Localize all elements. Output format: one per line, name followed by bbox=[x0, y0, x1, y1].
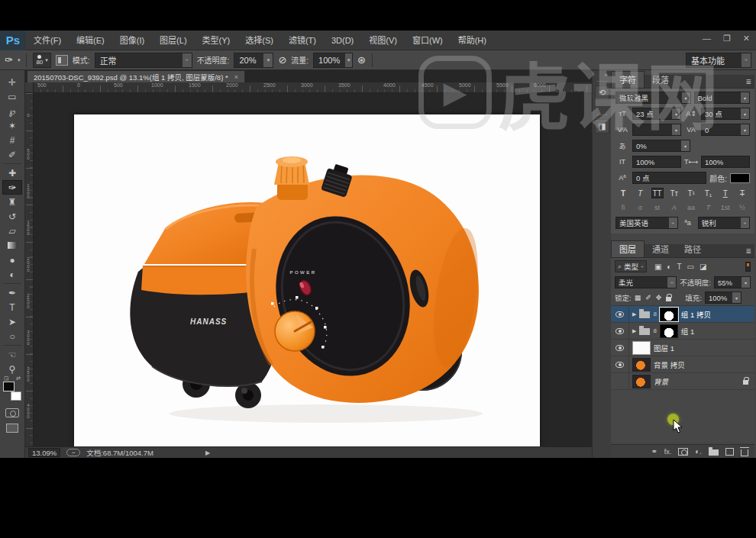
swash-button[interactable]: A bbox=[668, 202, 680, 213]
eyedropper-tool[interactable]: ✐ bbox=[2, 147, 22, 162]
magic-wand-tool[interactable]: ✶ bbox=[2, 118, 22, 133]
filter-smart-objects-icon[interactable]: ◪ bbox=[699, 263, 706, 271]
foreground-color-swatch[interactable] bbox=[3, 382, 15, 391]
default-colors-icon[interactable]: ◲ bbox=[4, 375, 9, 382]
fractions-button[interactable]: ½ bbox=[736, 202, 748, 213]
panel-menu-icon[interactable]: ≣ bbox=[745, 78, 751, 85]
menu-layer[interactable]: 图层(L) bbox=[152, 31, 194, 50]
type-tool[interactable]: T bbox=[2, 300, 22, 314]
strikethrough-button[interactable]: T bbox=[736, 188, 748, 198]
panel-menu-icon[interactable]: ≣ bbox=[745, 247, 751, 255]
language-select[interactable]: 美国英语÷ bbox=[615, 217, 678, 229]
visibility-toggle[interactable] bbox=[611, 323, 629, 339]
gradient-tool[interactable] bbox=[2, 238, 22, 253]
discretionary-ligatures-button[interactable]: st bbox=[651, 202, 664, 213]
menu-window[interactable]: 窗口(W) bbox=[405, 31, 451, 50]
font-style-select[interactable]: Bold▾ bbox=[694, 92, 750, 104]
font-size-field[interactable]: 23 点▾ bbox=[632, 108, 681, 120]
baseline-shift-field[interactable]: 0 点 bbox=[632, 172, 706, 184]
layer-opacity-field[interactable]: 55%▾ bbox=[714, 276, 751, 288]
marquee-tool[interactable]: ▭ bbox=[2, 89, 22, 104]
horizontal-scale-field[interactable]: 100% bbox=[701, 156, 750, 168]
eraser-tool[interactable]: ▱ bbox=[2, 224, 22, 238]
dodge-tool[interactable]: ◐ bbox=[2, 267, 22, 282]
lock-transparency-icon[interactable]: ▦ bbox=[635, 294, 641, 301]
quick-mask-button[interactable] bbox=[5, 408, 19, 417]
layer-row-background-copy[interactable]: 背景 拷贝 bbox=[611, 356, 754, 373]
shape-tool[interactable]: ○ bbox=[2, 329, 22, 343]
flow-select[interactable]: 100% ▾ bbox=[313, 53, 353, 68]
tool-preset-arrow-icon[interactable]: ▾ bbox=[18, 57, 21, 63]
menu-3d[interactable]: 3D(D) bbox=[324, 31, 361, 50]
ligatures-button[interactable]: fi bbox=[617, 202, 629, 213]
titling-alternates-button[interactable]: T bbox=[702, 202, 714, 213]
history-brush-tool[interactable]: ↺ bbox=[2, 209, 22, 224]
superscript-button[interactable]: T¹ bbox=[685, 188, 697, 198]
minimize-button[interactable]: — bbox=[703, 34, 711, 43]
workspace-switcher[interactable]: 基本功能 ÷ bbox=[686, 53, 751, 68]
font-family-select[interactable]: 微软雅黑▾ bbox=[615, 92, 691, 104]
properties-panel-button[interactable]: ◨ bbox=[595, 119, 609, 134]
layer-mask-thumbnail[interactable] bbox=[660, 308, 678, 321]
filter-pixel-layers-icon[interactable]: ▣ bbox=[654, 263, 661, 271]
menu-file[interactable]: 文件(F) bbox=[26, 31, 69, 50]
layer-thumbnail[interactable] bbox=[632, 358, 651, 372]
layer-thumbnail[interactable] bbox=[632, 341, 651, 355]
stylistic-alternates-button[interactable]: aa bbox=[685, 202, 697, 213]
tsume-field[interactable]: 0%▾ bbox=[632, 140, 690, 152]
vertical-scale-field[interactable]: 100% bbox=[632, 156, 681, 168]
tab-paths[interactable]: 路径 bbox=[677, 241, 709, 257]
blend-mode-select[interactable]: 正常 ÷ bbox=[95, 53, 192, 68]
brush-panel-toggle-icon[interactable] bbox=[56, 55, 68, 66]
color-swatches[interactable]: ◲ ⇄ bbox=[2, 381, 22, 401]
menu-select[interactable]: 选择(S) bbox=[237, 31, 281, 50]
menu-edit[interactable]: 编辑(E) bbox=[69, 31, 112, 50]
menu-help[interactable]: 帮助(H) bbox=[451, 31, 494, 50]
ruler-corner[interactable] bbox=[25, 82, 34, 93]
add-layer-mask-button[interactable] bbox=[678, 448, 688, 456]
layer-fill-field[interactable]: 100%▾ bbox=[705, 292, 741, 304]
zoom-tool[interactable]: ⚲ bbox=[2, 362, 22, 376]
tab-channels[interactable]: 通道 bbox=[645, 241, 677, 257]
contextual-alternates-button[interactable]: σ bbox=[634, 202, 646, 213]
menu-image[interactable]: 图像(I) bbox=[112, 31, 152, 50]
new-layer-button[interactable] bbox=[725, 448, 734, 456]
lock-pixels-icon[interactable]: ✐ bbox=[645, 294, 651, 301]
hand-tool[interactable]: ☜ bbox=[2, 347, 22, 362]
faux-italic-button[interactable]: T bbox=[634, 188, 646, 198]
healing-brush-tool[interactable]: ✚ bbox=[2, 166, 22, 180]
lock-position-icon[interactable]: ✥ bbox=[656, 294, 662, 301]
swap-colors-icon[interactable]: ⇄ bbox=[16, 375, 21, 382]
link-layers-button[interactable]: ⚭ bbox=[651, 447, 657, 456]
layer-mask-thumbnail[interactable] bbox=[660, 324, 678, 338]
ordinals-button[interactable]: 1st bbox=[719, 202, 732, 213]
document-canvas[interactable]: HANASS bbox=[74, 114, 540, 446]
tab-close-icon[interactable]: × bbox=[234, 73, 238, 81]
kerning-field[interactable]: ▾ bbox=[632, 124, 681, 136]
visibility-toggle[interactable] bbox=[611, 356, 629, 372]
tab-paragraph[interactable]: 段落 bbox=[645, 72, 677, 88]
text-color-swatch[interactable] bbox=[730, 173, 750, 183]
new-adjustment-layer-button[interactable]: ◐. bbox=[695, 447, 702, 456]
active-tool-icon[interactable]: ✑ bbox=[5, 54, 13, 66]
airbrush-toggle-icon[interactable]: ⊛ bbox=[357, 54, 366, 66]
layer-thumbnail[interactable] bbox=[632, 375, 651, 388]
antialias-select[interactable]: 锐利÷ bbox=[698, 217, 750, 229]
layer-row-layer1[interactable]: 图层 1 bbox=[611, 340, 754, 356]
move-tool[interactable]: ✛ bbox=[2, 75, 22, 89]
filter-shape-layers-icon[interactable]: ▭ bbox=[687, 263, 694, 271]
tracking-field[interactable]: 0▾ bbox=[701, 124, 750, 136]
all-caps-button[interactable]: TT bbox=[651, 188, 664, 198]
visibility-toggle[interactable] bbox=[611, 340, 629, 356]
layer-filter-select[interactable]: ⌕ 类型 ÷ bbox=[615, 260, 647, 272]
layer-style-button[interactable]: fx. bbox=[664, 448, 672, 456]
path-select-tool[interactable]: ➤ bbox=[2, 314, 22, 329]
new-group-button[interactable] bbox=[709, 449, 719, 456]
history-panel-button[interactable]: ⟲ bbox=[595, 85, 609, 100]
lasso-tool[interactable]: ℘ bbox=[2, 104, 22, 118]
menu-view[interactable]: 视图(V) bbox=[361, 31, 405, 50]
leading-field[interactable]: 30 点▾ bbox=[701, 108, 750, 120]
pen-tool[interactable]: ✒ bbox=[2, 285, 22, 300]
small-caps-button[interactable]: Tᴛ bbox=[668, 188, 680, 198]
menu-filter[interactable]: 滤镜(T) bbox=[281, 31, 324, 50]
